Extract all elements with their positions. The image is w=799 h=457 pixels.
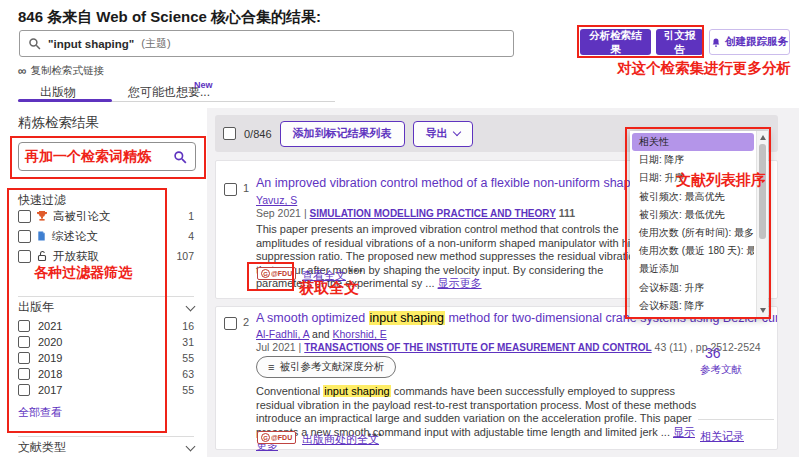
list-icon: ≡ bbox=[268, 362, 274, 373]
link-icon: ∞ bbox=[18, 65, 27, 77]
record-checkbox[interactable] bbox=[224, 183, 237, 196]
filter-row-open-access[interactable]: 开放获取 107 bbox=[18, 246, 194, 266]
checkbox[interactable] bbox=[18, 320, 30, 332]
sort-option-usage-180days[interactable]: 使用次数 (最近 180 天): 最多优先 bbox=[632, 242, 754, 260]
author-link[interactable]: Al-Fadhli, A bbox=[256, 328, 309, 340]
select-all-checkbox[interactable] bbox=[223, 127, 236, 140]
search-query-text: "input shaping" bbox=[48, 38, 134, 50]
sort-option-citations-high[interactable]: 被引频次: 最高优先 bbox=[632, 188, 754, 206]
export-button[interactable]: 导出 bbox=[413, 121, 473, 147]
checkbox[interactable] bbox=[18, 368, 30, 380]
journal-link[interactable]: SIMULATION MODELLING PRACTICE AND THEORY bbox=[310, 208, 556, 219]
checkbox[interactable] bbox=[18, 230, 31, 243]
sort-option-conference-desc[interactable]: 会议标题: 降序 bbox=[632, 297, 754, 315]
filter-count: 4 bbox=[188, 230, 194, 242]
filter-count: 1 bbox=[188, 210, 194, 222]
annotation-text-sort: 文献列表排序 bbox=[676, 171, 766, 190]
journal-link[interactable]: TRANSACTIONS OF THE INSTITUTE OF MEASURE… bbox=[304, 342, 651, 353]
document-type-section[interactable]: 文献类型 bbox=[18, 439, 194, 456]
fdu-fulltext-badge[interactable]: G@FDU bbox=[257, 267, 296, 280]
search-query-box[interactable]: "input shaping" (主题) bbox=[19, 30, 514, 57]
sort-option-relevance[interactable]: 相关性 bbox=[632, 133, 754, 151]
citation-report-button[interactable]: 引文报告 bbox=[656, 29, 703, 55]
sort-option-recently-added[interactable]: 最近添加 bbox=[632, 260, 754, 278]
filter-row-review[interactable]: 综述论文 4 bbox=[18, 226, 194, 246]
year-count: 55 bbox=[182, 384, 194, 396]
document-icon bbox=[36, 230, 47, 242]
scroll-up-arrow-icon[interactable] bbox=[760, 135, 766, 140]
record-number: 2 bbox=[243, 316, 249, 328]
see-all-link[interactable]: 全部查看 bbox=[18, 405, 62, 420]
create-alert-button[interactable]: 创建跟踪服务 bbox=[709, 29, 790, 55]
fdu-fulltext-badge[interactable]: G@FDU bbox=[257, 431, 296, 444]
year-row[interactable]: 2019 55 bbox=[18, 350, 194, 366]
record-card-2: 2 A smooth optimized input shaping metho… bbox=[215, 306, 778, 450]
annotation-text-fulltext: 获取全文 bbox=[299, 279, 359, 298]
sort-option-conference-asc[interactable]: 会议标题: 升序 bbox=[632, 279, 754, 297]
more-options-dots[interactable]: ••• bbox=[368, 430, 383, 440]
dropdown-scrollbar[interactable] bbox=[756, 131, 768, 317]
year-row[interactable]: 2018 63 bbox=[18, 366, 194, 382]
new-badge: New bbox=[194, 80, 213, 90]
record-checkbox[interactable] bbox=[224, 317, 237, 330]
chevron-down-icon bbox=[186, 441, 196, 451]
checkbox[interactable] bbox=[18, 250, 31, 263]
record-authors: Al-Fadhli, A and Khorshid, E bbox=[256, 328, 387, 340]
year-row[interactable]: 2020 31 bbox=[18, 334, 194, 350]
year-row[interactable]: 2017 55 bbox=[18, 382, 194, 398]
copy-search-link[interactable]: ∞ 复制检索式链接 bbox=[18, 64, 104, 78]
sort-option-usage-alltime[interactable]: 使用次数 (所有时间): 最多优先 bbox=[632, 224, 754, 242]
active-tab-indicator bbox=[18, 99, 112, 102]
year-row[interactable]: 2021 16 bbox=[18, 318, 194, 334]
search-icon bbox=[28, 37, 41, 50]
annotation-text-filters: 各种过滤器筛选 bbox=[34, 264, 132, 282]
related-records-link[interactable]: 相关记录 bbox=[700, 429, 744, 444]
keyword-highlight: input shaping bbox=[369, 311, 445, 325]
author-link[interactable]: Khorshid, E bbox=[332, 328, 386, 340]
author-link[interactable]: Yavuz, S bbox=[256, 194, 297, 206]
more-options-dots[interactable]: ••• bbox=[349, 266, 364, 276]
analyze-results-button[interactable]: 分析检索结果 bbox=[580, 29, 651, 55]
journal-volume: 111 bbox=[559, 207, 575, 219]
sort-option-citations-low[interactable]: 被引频次: 最低优先 bbox=[632, 206, 754, 224]
scroll-down-arrow-icon[interactable] bbox=[760, 308, 766, 313]
trophy-icon bbox=[36, 210, 48, 222]
search-scope-text: (主题) bbox=[141, 36, 170, 51]
quick-filter-list: 高被引论文 1 综述论文 4 开放获取 107 bbox=[18, 206, 194, 266]
record-divider bbox=[698, 419, 774, 420]
sidebar-divider bbox=[18, 436, 194, 437]
open-lock-icon bbox=[36, 250, 48, 262]
year-count: 55 bbox=[182, 352, 194, 364]
cited-references-analysis-button[interactable]: ≡ 被引参考文献深度分析 bbox=[256, 356, 396, 378]
checkbox[interactable] bbox=[18, 336, 30, 348]
annotation-text-analyze: 对这个检索集进行更多分析 bbox=[617, 59, 791, 78]
year-count: 16 bbox=[182, 320, 194, 332]
bell-icon bbox=[711, 37, 721, 48]
selection-count: 0/846 bbox=[244, 128, 272, 140]
record-source: Sep 2021 | SIMULATION MODELLING PRACTICE… bbox=[256, 207, 575, 219]
publication-year-section[interactable]: 出版年 bbox=[18, 299, 194, 316]
filter-count: 107 bbox=[176, 250, 194, 262]
references-count[interactable]: 36 bbox=[705, 345, 721, 361]
scrollbar-thumb[interactable] bbox=[759, 144, 766, 239]
keyword-highlight: input shaping bbox=[323, 385, 390, 397]
sidebar-divider bbox=[18, 296, 194, 297]
refine-results-title: 精炼检索结果 bbox=[18, 114, 99, 132]
filter-row-highly-cited[interactable]: 高被引论文 1 bbox=[18, 206, 194, 226]
checkbox[interactable] bbox=[18, 384, 30, 396]
sort-dropdown-menu: 相关性 日期: 降序 日期: 升序 被引频次: 最高优先 被引频次: 最低优先 … bbox=[630, 131, 768, 317]
checkbox[interactable] bbox=[18, 352, 30, 364]
add-to-marked-list-button[interactable]: 添加到标记结果列表 bbox=[280, 121, 405, 147]
sort-option-date-desc[interactable]: 日期: 降序 bbox=[632, 151, 754, 169]
year-count: 31 bbox=[182, 336, 194, 348]
chevron-down-icon bbox=[452, 128, 460, 136]
checkbox[interactable] bbox=[18, 210, 31, 223]
publication-year-list: 2021 16 2020 31 2019 55 2018 63 2017 55 bbox=[18, 318, 194, 398]
record-source: Jul 2021 | TRANSACTIONS OF THE INSTITUTE… bbox=[256, 341, 761, 353]
record-number: 1 bbox=[243, 182, 249, 194]
page-title: 846 条来自 Web of Science 核心合集的结果: bbox=[18, 8, 321, 27]
chevron-down-icon bbox=[186, 301, 196, 311]
references-label: 参考文献 bbox=[700, 363, 742, 377]
search-icon[interactable] bbox=[173, 150, 187, 164]
show-more-link[interactable]: 显示更多 bbox=[438, 277, 482, 289]
